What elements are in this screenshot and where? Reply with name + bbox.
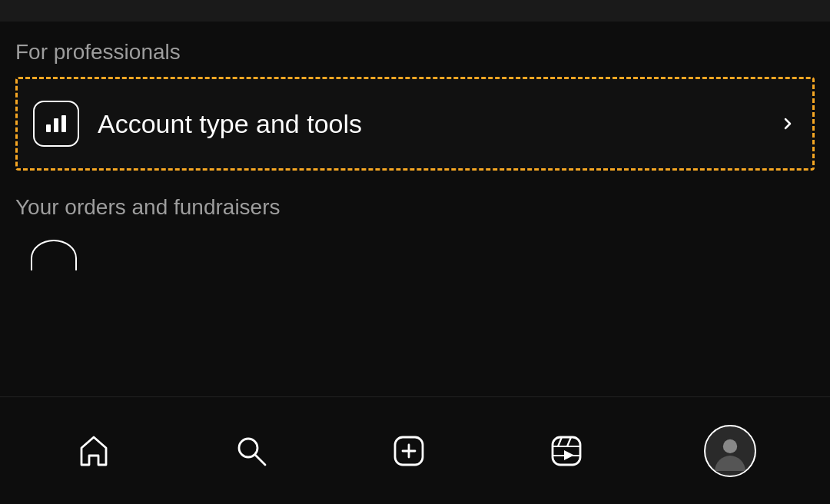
menu-item-left: Account type and tools [33, 101, 362, 147]
svg-marker-13 [564, 450, 574, 460]
svg-line-11 [558, 437, 562, 446]
nav-create[interactable] [381, 423, 437, 479]
professionals-section-label: For professionals [15, 40, 815, 65]
nav-home[interactable] [66, 423, 121, 479]
bottom-nav [0, 396, 830, 504]
profile-avatar [704, 425, 756, 477]
reels-icon [546, 431, 586, 471]
search-icon [231, 431, 271, 471]
home-icon [74, 431, 114, 471]
nav-reels[interactable] [539, 423, 594, 479]
svg-line-4 [255, 455, 265, 465]
top-bar [0, 0, 830, 22]
account-type-tools-label: Account type and tools [98, 109, 362, 139]
partial-item [15, 232, 815, 278]
partial-arc-icon [31, 240, 77, 270]
bar-chart-icon-wrapper [33, 101, 79, 147]
account-type-tools-item[interactable]: Account type and tools [18, 79, 812, 168]
nav-search[interactable] [224, 423, 279, 479]
profile-avatar-icon [710, 431, 750, 471]
svg-rect-1 [54, 118, 58, 132]
svg-line-12 [567, 437, 571, 446]
bar-chart-icon [43, 111, 69, 137]
create-icon [389, 431, 429, 471]
svg-rect-0 [46, 124, 51, 132]
nav-profile[interactable] [696, 417, 764, 485]
chevron-right-icon [779, 114, 797, 133]
orders-fundraisers-section-label: Your orders and fundraisers [15, 195, 815, 220]
svg-point-15 [722, 439, 736, 453]
svg-rect-8 [553, 437, 580, 465]
svg-rect-2 [61, 115, 66, 132]
main-content: For professionals Account type and tools [0, 22, 830, 278]
svg-point-14 [715, 456, 745, 471]
account-type-tools-container: Account type and tools [15, 77, 815, 171]
